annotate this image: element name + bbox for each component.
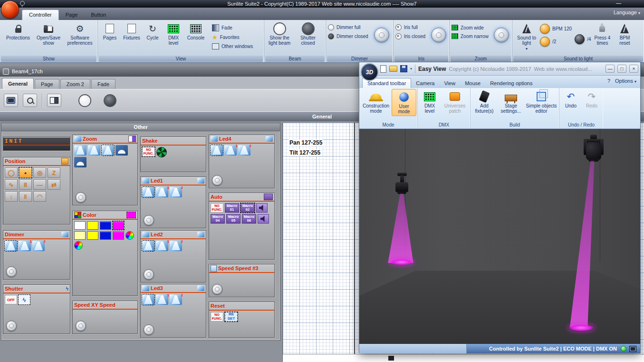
- toolbar-chevron-icon[interactable]: ▾: [410, 67, 412, 71]
- viewport-hscrollbar[interactable]: [359, 344, 467, 353]
- zoom-beam-icon[interactable]: [102, 145, 114, 156]
- line-pattern-icon[interactable]: —: [33, 179, 46, 190]
- led2-beam-icon[interactable]: 1: [156, 241, 168, 251]
- color-swatch-icon[interactable]: [87, 221, 98, 230]
- selected-color-swatch[interactable]: [126, 212, 136, 218]
- tab-page[interactable]: Page: [59, 10, 85, 20]
- add-fixtures-button[interactable]: Add fixture(s): [471, 89, 497, 115]
- zoom-beam-icon[interactable]: [88, 145, 100, 156]
- zoom-beam-icon[interactable]: [74, 145, 87, 156]
- maximize-icon[interactable]: □: [617, 65, 626, 73]
- help-button[interactable]: ?: [607, 78, 610, 84]
- save-icon[interactable]: [400, 65, 407, 72]
- led1-beam-icon[interactable]: [142, 187, 154, 197]
- zoom-wide-button[interactable]: Zoom wide: [452, 25, 493, 30]
- color-swatch-icon[interactable]: [100, 231, 111, 240]
- eight-pattern-icon[interactable]: 8: [19, 179, 32, 190]
- circle-pattern-icon[interactable]: ◯: [5, 167, 18, 178]
- auto-macro-icon[interactable]: Macro 06: [242, 214, 256, 224]
- led4-header-icon[interactable]: [266, 136, 273, 142]
- software-preferences-button[interactable]: ⚙ Software preferences: [64, 21, 96, 48]
- arc-pattern-icon[interactable]: ◠: [33, 191, 46, 202]
- tab-controller[interactable]: Controller: [22, 10, 59, 20]
- auto-nofunc-icon[interactable]: NO FUNC.: [211, 203, 223, 213]
- led1-beam-icon[interactable]: 1: [156, 187, 168, 197]
- zigzag-pattern-icon[interactable]: Z: [48, 167, 60, 178]
- div2-knob[interactable]: [540, 37, 550, 47]
- undo-button[interactable]: ↶ Undo: [560, 89, 581, 110]
- easy-view-titlebar[interactable]: 3D ▾ Easy View Copyright (c) Nicolaudie …: [359, 62, 640, 76]
- dmx-level-button[interactable]: DMX level: [419, 89, 441, 115]
- tab-general[interactable]: General: [2, 78, 34, 89]
- shutter-closed-quick-button[interactable]: [104, 94, 116, 107]
- speed3-dial[interactable]: [212, 284, 222, 294]
- user-mode-button[interactable]: User mode: [392, 89, 416, 116]
- color-swatch-icon[interactable]: [100, 221, 111, 230]
- auto-speaker-icon[interactable]: [258, 214, 269, 224]
- auto-macro-icon[interactable]: Macro 04: [211, 214, 225, 224]
- favorites-button[interactable]: ★ Favorites: [212, 34, 253, 40]
- led4-beam-icon[interactable]: 1: [224, 145, 237, 156]
- zoom-preset-dial[interactable]: [76, 192, 86, 203]
- console-button[interactable]: Console: [184, 21, 207, 51]
- dimmer-full-button[interactable]: Dimmer full: [328, 24, 373, 30]
- color-swatch-icon[interactable]: [74, 221, 86, 230]
- simple-objects-editor-button[interactable]: Simple objects editor: [525, 89, 558, 115]
- close-icon[interactable]: ×: [629, 65, 638, 73]
- macro-mini-icon[interactable]: [264, 194, 273, 200]
- dimmer-preset-dial[interactable]: [6, 266, 17, 277]
- led3-header-icon[interactable]: [197, 285, 204, 291]
- tab-button[interactable]: Button: [84, 10, 113, 20]
- open-save-show-button[interactable]: Open/Save show: [33, 21, 64, 48]
- speed-xy-dial[interactable]: [76, 321, 86, 331]
- pause-pattern-icon[interactable]: ‖: [19, 191, 32, 202]
- color-swatch-icon[interactable]: [87, 231, 98, 240]
- led3-beam-icon[interactable]: 1: [156, 294, 168, 305]
- zoom-narrow-button[interactable]: Zoom narrow: [452, 33, 493, 39]
- zoom-dial[interactable]: [494, 28, 509, 43]
- led4-dial[interactable]: [212, 175, 222, 186]
- language-menu[interactable]: Language ▾: [614, 10, 640, 15]
- position-header-icon[interactable]: [61, 158, 68, 165]
- color-swatch-icon[interactable]: [74, 231, 86, 240]
- minimize-icon[interactable]: —: [606, 65, 615, 73]
- color-swatch-icon[interactable]: [113, 231, 124, 240]
- dimmer-beam-icon[interactable]: 2: [32, 241, 45, 251]
- zoom-half-icon[interactable]: [74, 157, 87, 167]
- led3-beam-icon[interactable]: 2: [170, 294, 182, 305]
- 3d-viewport[interactable]: [359, 129, 640, 344]
- wave-pattern-icon[interactable]: ∿: [5, 179, 18, 190]
- iris-closed-button[interactable]: Iris closed: [395, 33, 430, 39]
- dimmer-closed-button[interactable]: Dimmer closed: [328, 33, 373, 39]
- tab-mouse[interactable]: Mouse: [460, 78, 485, 88]
- led2-beam-icon[interactable]: [142, 241, 154, 251]
- universes-patch-button[interactable]: Universes patch: [441, 89, 469, 115]
- protections-button[interactable]: Protections: [3, 21, 33, 48]
- shutter-dial[interactable]: [6, 321, 17, 331]
- construction-mode-button[interactable]: Construction mode: [360, 89, 392, 115]
- color-wheel-icon[interactable]: [74, 241, 83, 250]
- display-button[interactable]: [4, 94, 18, 107]
- spiral-pattern-icon[interactable]: ◎: [33, 167, 46, 178]
- shutter-off-icon[interactable]: OFF: [5, 295, 17, 304]
- led1-dial[interactable]: [144, 215, 154, 225]
- tab-rendering-options[interactable]: Rendering options: [485, 78, 537, 88]
- dimmer-beam-icon[interactable]: 1: [19, 241, 31, 251]
- led4-beam-icon[interactable]: 2: [238, 145, 250, 156]
- tab-fade[interactable]: Fade: [91, 79, 115, 89]
- new-icon[interactable]: [380, 65, 386, 73]
- cycle-button[interactable]: ↻ Cycle: [143, 21, 163, 51]
- shutter-bolt-icon[interactable]: ϟ: [19, 295, 30, 304]
- bpm-reset-button[interactable]: BPM reset: [614, 21, 635, 48]
- auto-macro-icon[interactable]: Macro 01: [225, 203, 239, 213]
- led2-dial[interactable]: [144, 269, 154, 280]
- sunlite-logo[interactable]: [1, 0, 19, 19]
- scroll-thumb[interactable]: [388, 356, 394, 361]
- other-windows-button[interactable]: Other windows: [212, 43, 253, 49]
- color-swatch-icon[interactable]: [113, 221, 124, 230]
- fade-button[interactable]: Fade: [212, 24, 253, 31]
- dimmer-beam-icon[interactable]: [5, 241, 17, 251]
- reset-nofunc-icon[interactable]: NO FUNC.: [211, 312, 223, 322]
- led3-beam-icon[interactable]: [142, 294, 154, 305]
- pages-button[interactable]: Pages: [99, 21, 121, 51]
